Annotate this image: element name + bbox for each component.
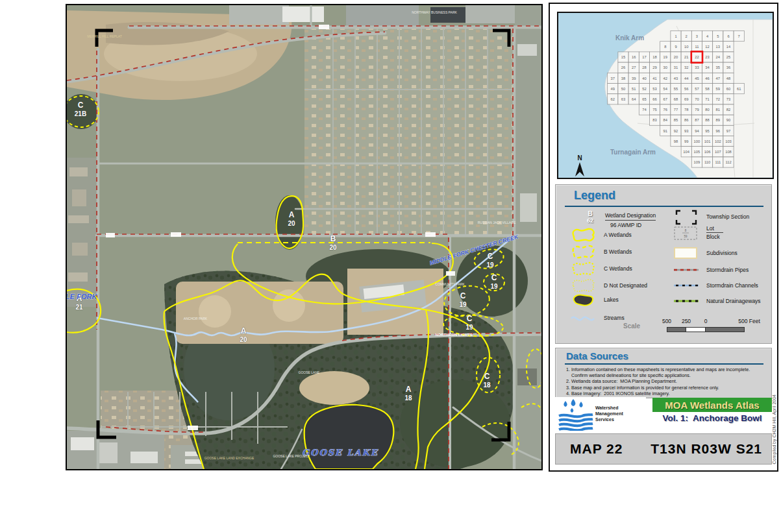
index-cell-number: 11 [695, 45, 699, 49]
index-cell-number: 85 [674, 118, 678, 122]
wetland-label-C-19: C [460, 291, 466, 300]
index-cell-number: 8 [664, 45, 666, 49]
data-source-note: 1. Information contained on these mapshe… [566, 367, 766, 372]
index-cell-number: 77 [674, 108, 678, 112]
watershed-logo-box: Watershed Management Services [555, 397, 646, 431]
index-cell-number: 99 [684, 139, 688, 143]
wetland-label-A-20: A [289, 210, 295, 219]
index-cell-number: 92 [674, 129, 678, 133]
residential-texture [304, 29, 515, 237]
legend-item-natural-drainageways-icon [670, 293, 701, 309]
index-cell-number: 27 [632, 66, 636, 69]
index-cell-number: 33 [695, 66, 699, 69]
index-cell-number: 90 [726, 118, 730, 122]
index-cell-number: 54 [663, 87, 668, 91]
township-range-section: T13N R03W S21 [651, 441, 762, 457]
index-cell-number: 45 [695, 77, 699, 80]
scale-seg-dark1 [667, 327, 686, 332]
place-label-anchor-park: ANCHOR PARK [184, 317, 208, 320]
wetland-label-C-21B: C [78, 101, 84, 110]
data-sources-rule [565, 363, 763, 365]
place-label-goose-lake-project: GOOSE LAKE PROJECT [273, 454, 310, 458]
index-cell-number: 58 [705, 87, 709, 91]
index-cell-number: 38 [621, 77, 625, 80]
index-cell-number: 94 [695, 129, 699, 133]
index-cell-number: 14 [726, 45, 731, 49]
index-cell-number: 108 [725, 150, 732, 154]
index-cell-number: 41 [652, 77, 656, 80]
index-cell-number: 49 [611, 87, 615, 91]
goose-lake [304, 405, 394, 469]
index-cell-number: 91 [663, 129, 667, 133]
wetland-id-19: 19 [465, 324, 473, 331]
wetland-designation-sample: B 62 [580, 211, 600, 224]
index-map: 1234567891011121314151617181920212223242… [557, 12, 774, 179]
logo-line3: Services [595, 417, 623, 422]
wetland-id-18: 18 [483, 381, 491, 389]
index-cell-number: 1 [675, 34, 676, 38]
legend-item-stormdrain-channels-icon [670, 277, 701, 294]
index-cell-number: 35 [716, 66, 720, 69]
wetland-label-C-18: C [484, 372, 490, 381]
index-cell-number: 2 [686, 34, 688, 38]
atlas-title-box: MOA Wetlands Atlas [652, 398, 772, 412]
index-cell-number: 43 [674, 77, 678, 80]
index-cell-number: 83 [652, 118, 656, 122]
logo-line2: Management [595, 411, 623, 417]
wetland-id-20: 20 [240, 336, 247, 343]
scale-seg-white [686, 327, 706, 332]
legend-item-township-section-label: Township Section [706, 213, 749, 220]
index-cell-number: 105 [694, 150, 700, 154]
index-cell-number: 57 [695, 87, 699, 91]
index-cell-number: 39 [632, 77, 636, 80]
index-cell-number: 30 [663, 66, 667, 69]
wetland-id-21: 21 [75, 304, 83, 311]
index-cell-number: 72 [716, 97, 720, 101]
index-cell-number: 80 [705, 108, 709, 112]
place-label-northway-business-park: NORTHWAY BUSINESS PARK [412, 10, 457, 14]
legend-item-c-wetlands-icon [567, 260, 599, 277]
index-cell-number: 84 [663, 118, 668, 122]
index-cell-number: 62 [611, 97, 615, 101]
place-label-goose-lake-land-exchange: GOOSE LAKE LAND EXCHANGE [205, 456, 254, 460]
legend-item-lakes-icon [567, 291, 599, 308]
index-cell-number: 61 [737, 87, 741, 91]
index-cell-number: 9 [675, 45, 676, 49]
legend-item-a-wetlands-icon [567, 226, 599, 243]
scale-tick-500l: 500 [662, 318, 671, 324]
index-cell-number: 93 [684, 129, 688, 133]
index-cell-number: 75 [652, 108, 656, 112]
wetland-id-19: 19 [490, 283, 498, 290]
index-cell-number: 48 [726, 77, 730, 80]
logo-line1: Watershed [595, 405, 623, 411]
data-sources-panel: Data Sources 1. Information contained on… [555, 348, 772, 398]
legend-item-natural-drainageways-label: Natural Drainageways [706, 298, 761, 304]
legend-item-d-not-designated-label: D Not Designated [604, 282, 647, 289]
designation-divider [605, 220, 656, 221]
place-label-russian-jack-village: RUSSIAN JACK VILLAGE [478, 221, 516, 224]
scale-tick-500r: 500 Feet [738, 318, 760, 324]
index-cell-number: 21 [684, 55, 688, 59]
legend-item-township-section-icon [670, 208, 701, 225]
index-cell-number: 112 [725, 160, 731, 164]
wetland-id-19: 19 [486, 261, 494, 269]
svg-text:8: 8 [685, 229, 687, 232]
data-source-note: 4. Base Imagery: 2001 IKONOS satellite i… [566, 391, 766, 396]
index-cell-number: 28 [642, 66, 646, 69]
index-cell-number: 20 [674, 55, 678, 59]
wetland-label-A-18: A [406, 385, 412, 394]
scale-bar [667, 327, 745, 332]
legend-item-stormdrain-pipes-label: Stormdrain Pipes [706, 267, 749, 273]
apartment-area [67, 158, 97, 307]
index-cell-number: 78 [684, 108, 688, 112]
index-cell-number: 26 [621, 66, 625, 69]
place-label-northern-lights: NORTHERN LIGHTS [435, 333, 473, 337]
index-cell-number: 51 [632, 87, 636, 91]
north-label: N [577, 154, 582, 162]
wetland-label-C-19: C [467, 314, 473, 323]
lake-beach-field [299, 371, 369, 405]
scale-seg-dark2 [706, 327, 745, 332]
index-cell-number: 37 [611, 77, 615, 80]
index-cell-number: 55 [674, 87, 678, 91]
map-number: MAP 22 [570, 441, 623, 457]
